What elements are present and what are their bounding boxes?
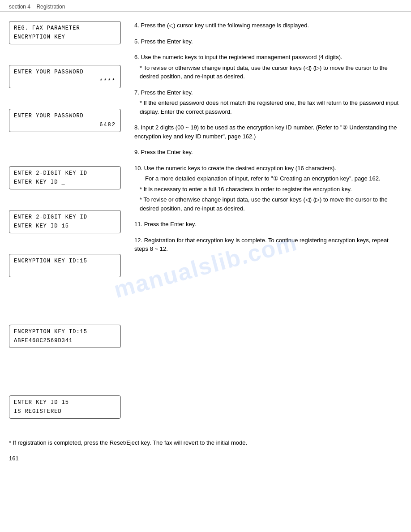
display-box-7-line1: ENCRYPTION KEY ID:15 xyxy=(14,329,116,335)
spacer-8 xyxy=(9,298,121,311)
step-6-text: Use the numeric keys to input the regist… xyxy=(141,54,342,60)
spacer-4 xyxy=(9,153,121,166)
display-box-5-line1: ENTER 2-DIGIT KEY ID xyxy=(14,214,116,220)
step-9-text: Press the Enter key. xyxy=(141,149,193,155)
page: manualslib.com section 4 Registration RE… xyxy=(0,0,411,532)
spacer-9 xyxy=(9,311,121,325)
display-box-1-line1: REG. FAX PARAMETER xyxy=(14,25,116,31)
step-7: 7. Press the Enter key. * If the entered… xyxy=(134,88,402,116)
display-box-2-line2: **** xyxy=(14,78,116,84)
display-box-6: ENCRYPTION KEY ID:15 _ xyxy=(9,254,121,277)
step-8: 8. Input 2 digits (00 ~ 19) to be used a… xyxy=(134,123,402,141)
step-10-sub1: * It is necessary to enter a full 16 cha… xyxy=(134,185,402,194)
step-11-text: Press the Enter key. xyxy=(144,221,196,227)
display-box-4: ENTER 2-DIGIT KEY ID ENTER KEY ID _ xyxy=(9,166,121,189)
step-5: 5. Press the Enter key. xyxy=(134,37,402,46)
spacer-11 xyxy=(9,369,121,382)
step-7-sub1: * If the entered password does not match… xyxy=(134,99,402,116)
display-box-6-line1: ENCRYPTION KEY ID:15 xyxy=(14,258,116,264)
display-box-2: ENTER YOUR PASSWORD **** xyxy=(9,65,121,88)
section-label: section 4 xyxy=(9,4,30,10)
step-7-num: 7. xyxy=(134,89,141,96)
step-11-num: 11. xyxy=(134,221,144,227)
page-number: 161 xyxy=(0,450,411,471)
display-box-6-line2: _ xyxy=(14,267,116,273)
step-10: 10. Use the numeric keys to create the d… xyxy=(134,164,402,213)
spacer-3 xyxy=(9,139,121,153)
step-10-sub2: * To revise or otherwise change input da… xyxy=(134,195,402,213)
step-10-num: 10. xyxy=(134,165,144,172)
display-box-8-line2: IS REGISTERED xyxy=(14,408,116,415)
spacer-1 xyxy=(9,51,121,65)
left-column: REG. FAX PARAMETER ENCRYPTION KEY ENTER … xyxy=(9,21,125,426)
page-header: section 4 Registration xyxy=(0,0,411,12)
step-12: 12. Registration for that encryption key… xyxy=(134,236,402,253)
right-column: 4. Press the (◁) cursor key until the fo… xyxy=(125,21,402,426)
display-box-5: ENTER 2-DIGIT KEY ID ENTER KEY ID 15 xyxy=(9,210,121,233)
spacer-5 xyxy=(9,197,121,210)
display-box-5-line2: ENTER KEY ID 15 xyxy=(14,223,116,229)
step-7-text: Press the Enter key. xyxy=(141,89,193,96)
step-12-num: 12. xyxy=(134,237,144,244)
section-title: Registration xyxy=(36,4,65,10)
display-box-1-line2: ENCRYPTION KEY xyxy=(14,34,116,40)
step-6-num: 6. xyxy=(134,54,141,60)
display-box-7-line2: ABFE468C2569D341 xyxy=(14,338,116,344)
display-box-4-line2: ENTER KEY ID _ xyxy=(14,179,116,185)
step-10-text: Use the numeric keys to create the desir… xyxy=(144,165,336,172)
footer-note-text: * If registration is completed, press th… xyxy=(9,439,402,446)
main-content: REG. FAX PARAMETER ENCRYPTION KEY ENTER … xyxy=(0,12,411,435)
step-4-text: Press the (◁) cursor key until the follo… xyxy=(141,22,309,29)
step-8-text: Input 2 digits (00 ~ 19) to be used as t… xyxy=(134,124,397,140)
spacer-7 xyxy=(9,284,121,298)
display-box-8: ENTER KEY ID 15 IS REGISTERED xyxy=(9,395,121,419)
step-10-extra: For a more detailed explanation of input… xyxy=(134,174,402,183)
step-6: 6. Use the numeric keys to input the reg… xyxy=(134,53,402,81)
footer-note: * If registration is completed, press th… xyxy=(0,435,411,450)
spacer-2 xyxy=(9,95,121,109)
display-box-4-line1: ENTER 2-DIGIT KEY ID xyxy=(14,170,116,176)
display-box-8-line1: ENTER KEY ID 15 xyxy=(14,399,116,406)
display-box-3: ENTER YOUR PASSWORD 6482 xyxy=(9,109,121,132)
step-4: 4. Press the (◁) cursor key until the fo… xyxy=(134,21,402,30)
step-9-num: 9. xyxy=(134,149,141,155)
step-5-text: Press the Enter key. xyxy=(141,38,193,45)
display-box-1: REG. FAX PARAMETER ENCRYPTION KEY xyxy=(9,21,121,44)
display-box-2-line1: ENTER YOUR PASSWORD xyxy=(14,69,116,75)
step-12-text: Registration for that encryption key is … xyxy=(134,237,389,253)
display-box-3-line2: 6482 xyxy=(14,122,116,128)
step-8-num: 8. xyxy=(134,124,141,131)
spacer-6 xyxy=(9,240,121,254)
step-6-sub1: * To revise or otherwise change input da… xyxy=(134,64,402,81)
step-4-num: 4. xyxy=(134,22,141,29)
display-box-3-line1: ENTER YOUR PASSWORD xyxy=(14,113,116,119)
step-5-num: 5. xyxy=(134,38,141,45)
step-11: 11. Press the Enter key. xyxy=(134,220,402,229)
step-9: 9. Press the Enter key. xyxy=(134,148,402,157)
spacer-10 xyxy=(9,355,121,369)
spacer-12 xyxy=(9,382,121,395)
display-box-7: ENCRYPTION KEY ID:15 ABFE468C2569D341 xyxy=(9,325,121,348)
